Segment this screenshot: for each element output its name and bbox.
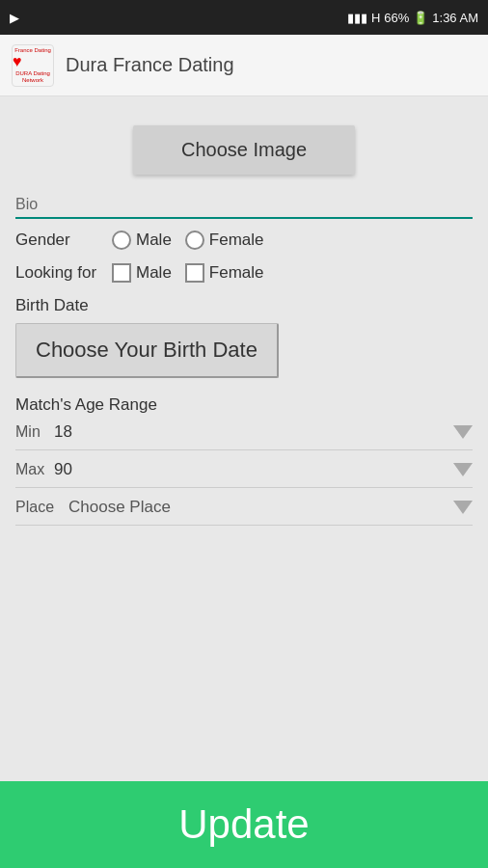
app-bar: France Dating ♥ DURA Dating Network Dura…	[0, 35, 488, 96]
looking-for-female-option[interactable]: Female	[185, 263, 264, 283]
max-age-row: Max 90	[15, 460, 473, 488]
looking-for-male-option[interactable]: Male	[112, 263, 172, 283]
age-range-title: Match's Age Range	[15, 395, 473, 415]
status-bar: ▶ ▮▮▮ H 66% 🔋 1:36 AM	[0, 0, 488, 35]
gender-male-radio[interactable]	[112, 231, 131, 250]
logo-bottom-text: DURA Dating Network	[13, 70, 53, 83]
birth-date-label: Birth Date	[15, 296, 473, 315]
place-value[interactable]: Choose Place	[68, 498, 453, 517]
app-logo: France Dating ♥ DURA Dating Network	[12, 44, 54, 87]
gender-row: Gender Male Female	[15, 231, 473, 250]
looking-for-row: Looking for Male Female	[15, 263, 473, 283]
birth-date-section: Birth Date Choose Your Birth Date	[15, 296, 473, 395]
gender-male-option[interactable]: Male	[112, 231, 172, 250]
choose-image-container: Choose Image	[15, 116, 473, 175]
place-arrow[interactable]	[453, 501, 473, 514]
gender-female-label: Female	[209, 231, 264, 250]
time-display: 1:36 AM	[432, 11, 478, 25]
looking-for-male-checkbox[interactable]	[112, 263, 131, 283]
choose-birth-date-button[interactable]: Choose Your Birth Date	[15, 323, 279, 378]
heart-icon: ♥	[13, 53, 53, 70]
min-age-arrow[interactable]	[453, 425, 473, 439]
looking-for-female-label: Female	[209, 263, 264, 283]
choose-image-button[interactable]: Choose Image	[133, 125, 355, 175]
status-left: ▶	[10, 11, 19, 25]
looking-for-female-checkbox[interactable]	[185, 263, 204, 283]
gender-label: Gender	[15, 231, 102, 250]
place-row: Place Choose Place	[15, 498, 473, 526]
place-label: Place	[15, 499, 68, 516]
gender-female-option[interactable]: Female	[185, 231, 264, 250]
network-type: H	[371, 11, 380, 25]
min-age-row: Min 18	[15, 422, 473, 450]
app-title: Dura France Dating	[66, 54, 234, 76]
bio-container: Bio	[15, 194, 473, 219]
age-range-section: Match's Age Range Min 18 Max 90	[15, 395, 473, 488]
max-age-label: Max	[15, 461, 54, 478]
min-age-value: 18	[54, 422, 453, 442]
looking-for-label: Looking for	[15, 263, 102, 283]
logo-top-text: France Dating	[13, 47, 53, 54]
status-right: ▮▮▮ H 66% 🔋 1:36 AM	[347, 11, 478, 25]
battery-icon: 🔋	[413, 11, 428, 25]
bio-input[interactable]	[15, 194, 473, 219]
gender-male-label: Male	[136, 231, 172, 250]
gender-female-radio[interactable]	[185, 231, 204, 250]
bio-label: Bio	[15, 196, 38, 213]
update-button-label: Update	[178, 801, 309, 848]
max-age-value: 90	[54, 460, 453, 479]
update-button-container[interactable]: Update	[0, 781, 488, 868]
battery-percent: 66%	[384, 11, 409, 25]
min-age-label: Min	[15, 423, 54, 441]
looking-for-male-label: Male	[136, 263, 172, 283]
signal-bars: ▮▮▮	[347, 11, 367, 25]
camera-icon: ▶	[10, 11, 19, 25]
main-content: Choose Image Bio Gender Male Female Look…	[0, 96, 488, 526]
max-age-arrow[interactable]	[453, 463, 473, 476]
